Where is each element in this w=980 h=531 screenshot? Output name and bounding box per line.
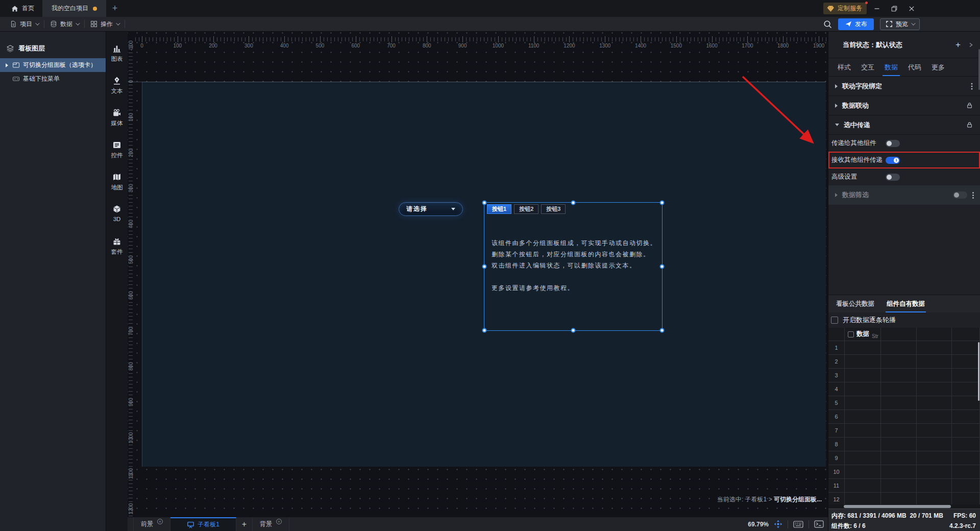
menu-数据[interactable]: 数据 [45,17,83,31]
table-cell[interactable] [917,465,952,479]
tab-代码[interactable]: 代码 [908,58,921,76]
tab-更多[interactable]: 更多 [932,58,945,76]
table-cell[interactable] [952,493,980,504]
table-cell[interactable] [917,410,952,424]
table-cell[interactable] [917,341,952,355]
table-cell[interactable] [845,438,881,451]
table-cell[interactable] [917,438,952,451]
table-cell[interactable] [881,493,917,504]
resize-handle-nw[interactable] [482,201,487,205]
table-cell[interactable] [917,479,952,493]
table-cell[interactable] [845,424,881,438]
table-cell[interactable] [917,493,952,504]
layer-item[interactable]: 可切换分组面板（选项卡） [0,58,106,72]
table-cell[interactable] [845,369,881,382]
resize-handle-e[interactable] [660,264,665,269]
table-cell[interactable] [952,465,980,479]
tab-交互[interactable]: 交互 [861,58,874,76]
resize-handle-se[interactable] [660,328,665,333]
table-cell[interactable] [881,424,917,438]
table-cell[interactable] [917,396,952,410]
preview-button[interactable]: 预览 [880,18,920,30]
table-cell[interactable] [917,355,952,369]
table-cell[interactable] [845,493,881,504]
group-tab-按钮1[interactable]: 按钮1 [487,204,511,214]
lock-icon[interactable] [966,102,973,109]
add-foreground-icon[interactable]: + [157,519,163,524]
table-header-cell[interactable] [881,328,917,341]
zoom-level[interactable]: 69.79% [748,521,769,528]
add-background-icon[interactable]: + [276,519,282,524]
table-header-cell[interactable] [952,328,980,341]
toolbar-item-3D[interactable]: 3D [106,205,128,237]
table-cell[interactable] [952,341,980,355]
table-cell[interactable] [881,355,917,369]
add-state-button[interactable]: + [955,40,961,50]
table-cell[interactable] [881,341,917,355]
kebab-menu-icon[interactable] [971,83,973,90]
table-header-cell[interactable] [917,328,952,341]
table-cell[interactable] [917,369,952,382]
table-cell[interactable] [952,410,980,424]
background-tab[interactable]: 背景 + [253,517,289,531]
column-checkbox[interactable] [848,331,854,337]
carousel-checkbox[interactable] [831,317,838,324]
subboard-tab[interactable]: 子看板1 [170,517,236,531]
expand-caret[interactable] [4,63,9,67]
canvas[interactable]: 0100200300400500600700800900100011001200… [128,32,828,517]
section-数据联动[interactable]: 数据联动 [828,96,980,115]
group-tab-按钮3[interactable]: 按钮3 [541,204,566,214]
table-cell[interactable] [952,382,980,396]
tab-样式[interactable]: 样式 [838,58,851,76]
lock-icon[interactable] [966,122,973,128]
toolbar-item-图表[interactable]: 图表 [106,44,128,76]
resize-handle-w[interactable] [482,264,487,269]
table-cell[interactable] [845,355,881,369]
selected-group-panel[interactable]: 按钮1按钮2按钮3 该组件由多个分组面板组成，可实现手动或自动切换。删除某个按钮… [484,202,663,331]
table-cell[interactable] [917,451,952,465]
minimize-button[interactable] [870,3,884,15]
table-cell[interactable] [845,465,881,479]
table-cell[interactable] [845,341,881,355]
resize-handle-s[interactable] [571,328,576,333]
fit-screen-icon[interactable] [774,520,782,528]
add-board-button[interactable]: + [236,517,253,531]
close-button[interactable] [904,3,919,15]
toggle-接收其他组件传递[interactable]: 1 [886,157,900,164]
toggle-传递给其他组件[interactable] [886,140,900,147]
search-icon[interactable] [823,20,832,29]
toggle-高级设置[interactable] [886,174,900,181]
chevron-right-icon[interactable] [968,42,974,48]
resize-handle-sw[interactable] [482,328,487,333]
kebab-menu-icon[interactable] [972,192,974,199]
table-cell[interactable] [952,479,980,493]
maximize-button[interactable] [887,3,901,15]
table-cell[interactable] [952,355,980,369]
table-header-cell[interactable]: 数据Str [845,328,881,341]
table-cell[interactable] [952,396,980,410]
data-tab-组件自有数据[interactable]: 组件自有数据 [887,295,925,312]
console-icon[interactable] [814,520,824,528]
table-cell[interactable] [845,382,881,396]
table-cell[interactable] [881,410,917,424]
toolbar-item-媒体[interactable]: 媒体 [106,108,128,140]
toolbar-item-控件[interactable]: 控件 [106,140,128,173]
home-tab[interactable]: 首页 [0,0,42,17]
table-cell[interactable] [952,424,980,438]
table-cell[interactable] [845,479,881,493]
project-tab[interactable]: 我的空白项目 [42,0,106,17]
foreground-tab[interactable]: 前景 + [134,517,170,531]
keyboard-shortcuts-icon[interactable] [793,521,803,528]
table-cell[interactable] [881,479,917,493]
select-widget[interactable]: 请选择 [399,202,463,216]
custom-service-badge[interactable]: 定制服务 [823,3,867,14]
table-cell[interactable] [881,438,917,451]
toolbar-item-套件[interactable]: 套件 [106,237,128,269]
menu-操作[interactable]: 操作 [86,17,124,31]
table-cell[interactable] [845,396,881,410]
table-cell[interactable] [881,465,917,479]
table-cell[interactable] [881,451,917,465]
table-cell[interactable] [881,396,917,410]
component-data-table[interactable]: 数据Str123456789101112 [828,328,980,504]
data-filter-row[interactable]: 数据筛选 [828,185,980,205]
